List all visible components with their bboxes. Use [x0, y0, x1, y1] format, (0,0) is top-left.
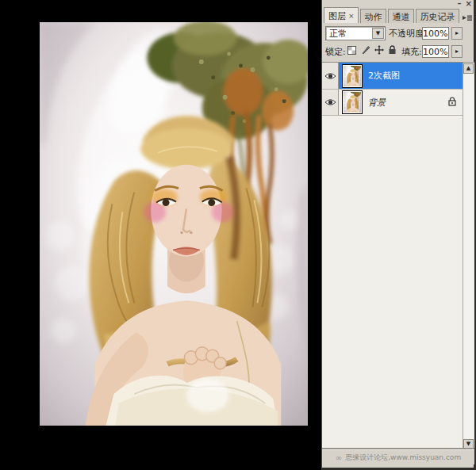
- tab-layers-label: 图层: [328, 10, 346, 22]
- chevron-down-icon[interactable]: ▼: [372, 28, 384, 39]
- tab-history-label: 历史记录: [420, 11, 455, 23]
- tab-actions[interactable]: 动作: [360, 9, 386, 23]
- blend-opacity-row: 正常 ▼ 不透明度: 100% ▸: [322, 25, 474, 42]
- opacity-slider-button[interactable]: ▸: [451, 27, 463, 40]
- eye-icon: [324, 72, 336, 80]
- layer-locked-icon: [448, 97, 456, 109]
- opacity-label: 不透明度:: [389, 28, 427, 40]
- tab-channels[interactable]: 通道: [388, 9, 414, 23]
- tab-history[interactable]: 历史记录: [416, 9, 459, 23]
- tab-channels-label: 通道: [393, 11, 410, 23]
- layer-thumbnail[interactable]: [342, 90, 363, 114]
- layer-row-2cijietu[interactable]: 2次截图: [322, 63, 463, 90]
- blend-mode-select[interactable]: 正常 ▼: [325, 26, 386, 40]
- document-photo[interactable]: [40, 22, 308, 426]
- panel-statusbar: ∞ 思缘设计论坛,www.missyuan.com: [322, 449, 474, 464]
- layer-thumbnail[interactable]: [342, 64, 363, 88]
- lock-fill-row: 锁定:: [322, 43, 474, 60]
- fill-label: 填充:: [401, 46, 422, 58]
- layer-name[interactable]: 2次截图: [368, 70, 463, 82]
- layers-list: 2次截图 背景 ▲ ▼: [322, 62, 474, 449]
- opacity-input[interactable]: 100%: [422, 27, 449, 40]
- layers-panel: – × 图层 × 动作 通道 历史记录 正常 ▼ 不透明度: 100: [321, 0, 476, 470]
- tab-actions-label: 动作: [365, 11, 382, 23]
- layer-name[interactable]: 背景: [368, 97, 448, 109]
- eye-icon: [324, 98, 336, 106]
- scroll-down-icon[interactable]: ▼: [463, 439, 474, 449]
- visibility-cell[interactable]: [322, 63, 339, 89]
- lock-paint-icon[interactable]: [360, 44, 370, 55]
- lock-transparency-icon[interactable]: [347, 44, 357, 55]
- watermark-text: 思缘设计论坛,www.missyuan.com: [345, 453, 461, 463]
- lock-position-icon[interactable]: [374, 44, 384, 55]
- visibility-cell[interactable]: [322, 90, 339, 115]
- canvas-area[interactable]: [0, 0, 321, 470]
- lock-buttons: [347, 44, 397, 55]
- blend-mode-value: 正常: [326, 28, 372, 40]
- lock-all-icon[interactable]: [387, 44, 397, 55]
- panel-menu-icon[interactable]: [461, 13, 473, 23]
- watermark-logo: ∞: [336, 453, 342, 462]
- scroll-up-icon[interactable]: ▲: [463, 63, 474, 74]
- layer-row-background[interactable]: 背景: [322, 90, 463, 116]
- close-button[interactable]: ×: [466, 0, 472, 9]
- fill-input[interactable]: 100%: [422, 45, 449, 58]
- panel-tab-bar: 图层 × 动作 通道 历史记录: [324, 7, 461, 23]
- lock-label: 锁定:: [325, 46, 346, 58]
- tab-layers[interactable]: 图层 ×: [324, 7, 359, 23]
- fill-slider-button[interactable]: ▸: [451, 45, 463, 58]
- tab-close-icon[interactable]: ×: [348, 12, 355, 20]
- layers-scrollbar[interactable]: ▲ ▼: [463, 63, 474, 450]
